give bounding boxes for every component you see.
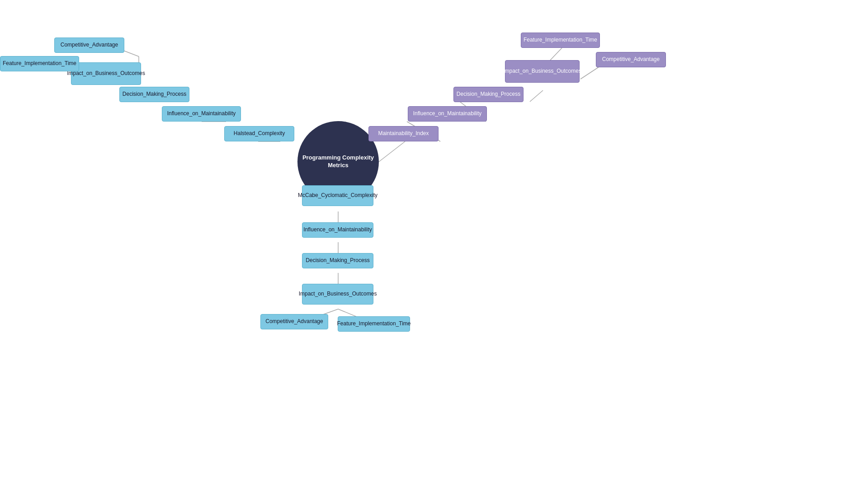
impact-bottom-node[interactable]: Impact_on_Business_Outcomes [302, 284, 373, 305]
svg-line-10 [530, 90, 543, 102]
svg-line-7 [379, 141, 405, 162]
feature-left-node[interactable]: Feature_Implementation_Time [0, 56, 79, 71]
svg-line-12 [580, 67, 599, 79]
maintainability-right-node[interactable]: Maintainability_Index [368, 126, 439, 141]
decision-bottom-node[interactable]: Decision_Making_Process [302, 253, 373, 268]
decision-right-node[interactable]: Decision_Making_Process [453, 87, 524, 102]
impact-left-node[interactable]: Impact_on_Business_Outcomes [71, 62, 141, 85]
mccabe-node[interactable]: McCabe_Cyclomatic_Complexity [302, 185, 373, 206]
competitive-bottom-node[interactable]: Competitive_Advantage [260, 314, 328, 329]
halstead-node[interactable]: Halstead_Complexity [224, 126, 294, 141]
impact-right-node[interactable]: Impact_on_Business_Outcomes [505, 60, 580, 83]
influence-left-node[interactable]: Influence_on_Maintainability [162, 106, 241, 122]
feature-bottom-node[interactable]: Feature_Implementation_Time [338, 316, 410, 332]
competitive-right-node[interactable]: Competitive_Advantage [596, 52, 666, 67]
feature-right-node[interactable]: Feature_Implementation_Time [521, 33, 600, 48]
influence-bottom-node[interactable]: Influence_on_Maintainability [302, 222, 373, 238]
influence-right-node[interactable]: Influence_on_Maintainability [408, 106, 487, 122]
competitive-left-node[interactable]: Competitive_Advantage [54, 38, 124, 53]
decision-left-node[interactable]: Decision_Making_Process [119, 87, 189, 102]
